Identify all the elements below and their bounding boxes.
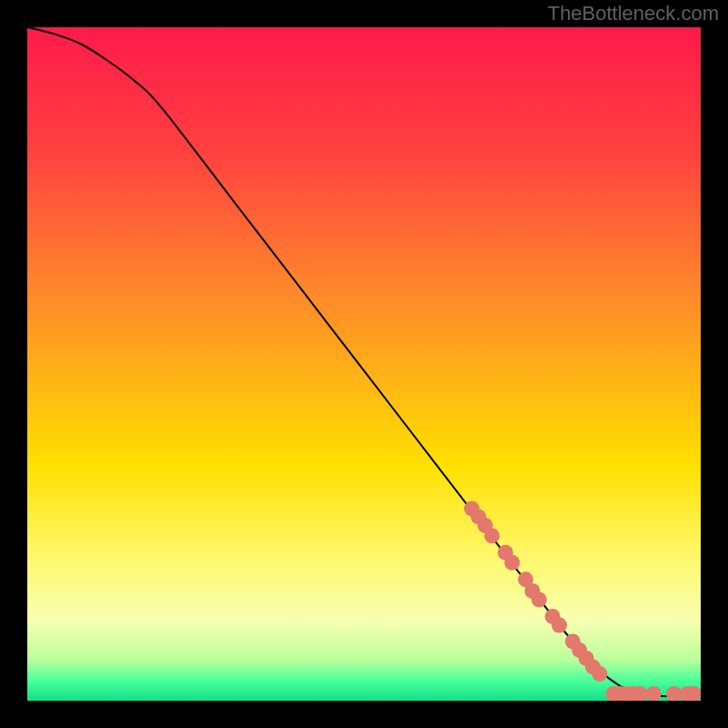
plot-area [27, 27, 701, 701]
marker-point [551, 618, 567, 633]
chart-stage: TheBottleneck.com [0, 0, 728, 728]
bottleneck-curve [27, 27, 701, 697]
markers-group [464, 501, 701, 701]
marker-point [504, 555, 520, 571]
watermark-text: TheBottleneck.com [548, 2, 719, 25]
marker-point [646, 686, 662, 701]
marker-point [592, 666, 608, 682]
marker-point [666, 686, 682, 701]
chart-svg [27, 27, 701, 701]
marker-point [531, 592, 547, 608]
marker-point [484, 528, 500, 543]
plot-inner [27, 27, 701, 701]
